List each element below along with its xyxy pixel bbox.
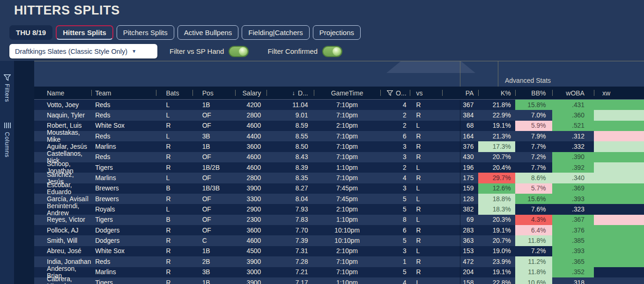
date-chip[interactable]: THU 8/19 (9, 25, 52, 40)
cell-salary: 3600 (235, 225, 266, 235)
cell-k: 29.7% (478, 173, 515, 183)
table-row-13[interactable]: Pollock, AJDodgersROF36007.7010:10pm6R28… (34, 225, 644, 235)
cell-dfs: 7.28 (266, 256, 313, 267)
cell-woba: .367 (552, 215, 594, 225)
glare-artifact (386, 61, 475, 73)
cell-xw (594, 256, 644, 267)
tab-active-bullpens[interactable]: Active Bullpens (178, 25, 239, 40)
group-divider (460, 73, 460, 87)
column-header-time[interactable]: GameTime (314, 87, 381, 99)
cell-bb: 15.8% (515, 100, 553, 110)
cell-k: 19.0% (478, 246, 515, 256)
table-row-1[interactable]: Votto, JoeyRedsL1B420011.047:10pm4R36721… (34, 100, 644, 110)
cell-dfs: 8.59 (266, 121, 313, 131)
tab-pitchers-splits[interactable]: Pitchers Splits (117, 25, 174, 40)
cell-xw (594, 131, 644, 141)
cell-bb: 4.3% (515, 215, 553, 225)
group-header-row: Advanced Stats (34, 73, 644, 87)
cell-order: 1 (380, 256, 409, 267)
cell-bb: 11.2% (515, 256, 553, 267)
cell-team: White Sox (91, 246, 156, 256)
table-row-18[interactable]: Cabrera, MiguelTigersR1B39007.171:10pm4L… (34, 277, 644, 284)
cell-pos: OF (192, 204, 235, 214)
cell-woba: .393 (552, 246, 594, 256)
table-row-8[interactable]: Sánchez, JesúsMarlinsLOF28008.357:10pm4R… (34, 173, 644, 183)
slate-dropdown[interactable]: Draftkings Slates (Classic Style Only) ▼ (9, 44, 157, 58)
cell-time: 7:10pm (314, 173, 381, 183)
toggle-knob (239, 47, 247, 56)
filter-vs-sp-hand-group: Filter vs SP Hand (170, 46, 249, 57)
cell-order: 5 (380, 235, 409, 246)
table-row-16[interactable]: India, JonathanRedsR2B39007.287:10pm1R47… (34, 256, 644, 267)
cell-time: 7:10pm (314, 141, 381, 152)
table-row-14[interactable]: Smith, WillDodgersRC46007.3910:10pm5R363… (34, 235, 644, 246)
column-header-salary[interactable]: Salary (235, 87, 266, 99)
cell-dfs: 8.35 (266, 173, 313, 183)
filter-vs-sp-hand-toggle[interactable] (229, 46, 249, 57)
cell-xw (594, 235, 644, 246)
cell-xw (594, 246, 644, 256)
cell-k: 20.4% (478, 162, 515, 173)
table-row-12[interactable]: Reyes, VictorTigersBOF23007.831:10pm8L69… (34, 215, 644, 225)
sidebar-item-columns[interactable]: Columns (0, 122, 14, 158)
cell-bb: 10.6% (515, 277, 553, 284)
cell-order: 8 (380, 215, 409, 225)
column-header-label: Bats (166, 89, 179, 97)
table-row-7[interactable]: Schoop, JonathanTigersR1B/2B46008.391:10… (34, 162, 644, 173)
cell-woba: .392 (552, 162, 594, 173)
cell-pos: 1B (192, 246, 235, 256)
filter-confirmed-toggle[interactable] (322, 46, 342, 57)
cell-woba: .385 (552, 235, 594, 246)
column-header-pos[interactable]: Pos (192, 87, 235, 99)
table-row-2[interactable]: Naquin, TylerRedsLOF28009.017:10pm2R3842… (34, 110, 644, 120)
column-header-order[interactable]: O... (380, 87, 409, 99)
column-header-name[interactable]: Name (34, 87, 91, 99)
sort-desc-icon: ↓ (292, 89, 295, 96)
cell-bats: R (156, 235, 192, 246)
cell-woba: .360 (552, 110, 594, 120)
table-row-4[interactable]: Moustakas, MikeRedsL3B44008.557:10pm6R16… (34, 131, 644, 141)
column-header-vs[interactable]: vs (410, 87, 442, 99)
cell-salary: 3900 (235, 256, 266, 267)
table-row-3[interactable]: Robert, LuisWhite SoxROF46008.592:10pm2L… (34, 121, 644, 131)
tab-fielding-catchers[interactable]: Fielding|Catchers (242, 25, 309, 40)
table-row-6[interactable]: Castellanos, NickRedsROF46008.437:10pm3R… (34, 152, 644, 162)
column-header-pa[interactable]: PA (442, 87, 479, 99)
column-header-dfs[interactable]: ↓D... (266, 87, 313, 99)
tab-projections[interactable]: Projections (313, 25, 361, 40)
cell-team: Dodgers (91, 225, 156, 235)
filter-vs-sp-hand-label: Filter vs SP Hand (170, 47, 224, 55)
tab-hitters-splits[interactable]: Hitters Splits (56, 25, 113, 40)
cell-dfs: 8.04 (266, 194, 313, 204)
cell-woba: .393 (552, 194, 594, 204)
table-row-15[interactable]: Abreu, JoséWhite SoxR1B45007.312:10pm3L1… (34, 246, 644, 256)
table-row-17[interactable]: Anderson, BrianMarlinsR3B30007.217:10pm5… (34, 267, 644, 277)
column-header-xw[interactable]: xw (594, 87, 644, 99)
cell-xw (594, 267, 644, 277)
cell-salary: 3900 (235, 183, 266, 194)
cell-team: Reds (91, 131, 156, 141)
cell-dfs: 8.27 (266, 183, 313, 194)
cell-dfs: 7.93 (266, 204, 313, 214)
cell-salary: 3600 (235, 141, 266, 152)
cell-bb: 7.7% (515, 162, 553, 173)
cell-order: 5 (380, 194, 409, 204)
cell-team: Marlins (91, 141, 156, 152)
cell-bats: L (156, 110, 192, 120)
table-row-10[interactable]: García, AvisaílBrewersROF33008.047:45pm5… (34, 194, 644, 204)
column-header-bats[interactable]: Bats (156, 87, 192, 99)
cell-bb: 8.6% (515, 173, 553, 183)
cell-vs: R (410, 267, 442, 277)
column-header-k[interactable]: K% (478, 87, 515, 99)
column-header-bb[interactable]: BB% (515, 87, 553, 99)
column-header-woba[interactable]: wOBA (552, 87, 594, 99)
cell-woba: .332 (552, 141, 594, 152)
table-row-9[interactable]: Escobar, EduardoBrewersB1B/3B39008.277:4… (34, 183, 644, 194)
table-row-5[interactable]: Aguilar, JesúsMarlinsR1B36008.507:10pm3R… (34, 141, 644, 152)
column-header-team[interactable]: Team (91, 87, 156, 99)
cell-salary: 3900 (235, 277, 266, 284)
sidebar-item-filters[interactable]: Filters (0, 74, 14, 102)
cell-k: 20.3% (478, 215, 515, 225)
cell-time: 7:10pm (314, 131, 381, 141)
table-row-11[interactable]: Benintendi, AndrewRoyalsLOF29007.932:10p… (34, 204, 644, 214)
